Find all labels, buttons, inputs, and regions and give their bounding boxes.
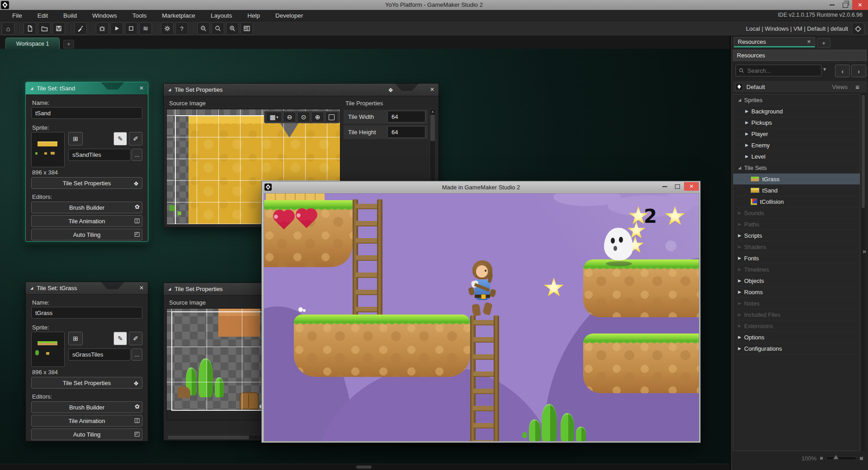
tree-item[interactable]: ▶ Extensions (733, 320, 860, 332)
tree-arrow-icon[interactable]: ▶ (736, 278, 743, 283)
zoom-reset-button[interactable] (212, 22, 224, 35)
tree-item[interactable]: ▶ Included Files (733, 309, 860, 320)
workspace-canvas[interactable]: ◢ Tile Set: tSand ✕ Name: Sprite: ⊞ ✎ ✐ … (0, 49, 731, 470)
tree-arrow-icon[interactable]: ▶ (736, 290, 743, 294)
menu-item[interactable]: File (5, 12, 30, 19)
tree-item[interactable]: ▶ Fonts (733, 253, 860, 264)
tgrass-tileset-properties-button[interactable]: Tile Set Properties ❖ (31, 377, 142, 389)
save-project-button[interactable] (52, 22, 65, 35)
tsand-panel-header[interactable]: ◢ Tile Set: tSand ✕ (26, 82, 148, 95)
open-project-button[interactable] (38, 22, 51, 35)
menu-item[interactable]: Build (56, 12, 85, 19)
tgrass-sprite-thumbnail[interactable] (31, 332, 65, 367)
tsand-edit-image-button[interactable]: ✐ (129, 132, 142, 146)
game-close-button[interactable]: ✕ (684, 182, 699, 191)
tree-item[interactable]: ◢ Tile Sets (733, 162, 860, 174)
tree-item[interactable]: ▶ Objects (733, 275, 860, 287)
grid-toggle-button[interactable]: ▦▾ (266, 112, 282, 122)
tgrass-edit-sprite-button[interactable]: ✎ (113, 332, 127, 345)
game-maximize-button[interactable] (671, 182, 683, 191)
collapse-icon[interactable]: ◢ (30, 286, 33, 290)
tsand-edit-sprite-button[interactable]: ✎ (113, 132, 127, 146)
tab-close-icon[interactable]: ✕ (807, 39, 811, 45)
tile-height-input[interactable]: 64 (387, 126, 425, 138)
tree-item[interactable]: ▶ Level (733, 151, 860, 162)
tgrass-edit-image-button[interactable]: ✐ (129, 332, 142, 345)
tree-item[interactable]: ▶ Sounds (733, 207, 860, 219)
editor-button[interactable]: Auto Tiling (31, 229, 142, 240)
scrollbar-thumb[interactable] (168, 436, 249, 439)
tree-arrow-icon[interactable]: ▶ (736, 244, 743, 249)
debug-button[interactable] (96, 22, 108, 35)
zoom-out-tick[interactable] (820, 457, 823, 460)
window-close-button[interactable]: ✕ (852, 0, 868, 10)
stop-button[interactable] (125, 22, 137, 35)
zoom-slider[interactable] (826, 456, 856, 460)
search-prev-button[interactable]: ‹ (835, 65, 850, 77)
tree-item[interactable]: tCollision (733, 196, 860, 207)
tree-item[interactable]: ▶ Scripts (733, 230, 860, 241)
props-top-close-button[interactable]: ✕ (430, 86, 434, 93)
menu-item[interactable]: Developer (268, 12, 311, 19)
tgrass-name-input[interactable] (31, 307, 142, 319)
game-window-titlebar[interactable]: Made in GameMaker Studio 2 (263, 182, 699, 193)
tgrass-panel-header[interactable]: ◢ Tile Set: tGrass ✕ (26, 282, 148, 295)
resources-tab[interactable]: Resources ✕ (734, 37, 815, 47)
tree-arrow-icon[interactable]: ▶ (736, 312, 743, 317)
workspace-tab[interactable]: Workspace 1 (5, 38, 60, 49)
tree-item[interactable]: ▶ Enemy (733, 140, 860, 151)
new-project-button[interactable] (24, 22, 36, 35)
build-target-label[interactable]: Local | Windows | VM | Default | default (746, 25, 848, 32)
tree-item[interactable]: ▶ Rooms (733, 287, 860, 298)
window-minimize-button[interactable] (825, 0, 839, 10)
tree-arrow-icon[interactable]: ◢ (736, 98, 743, 102)
scroll-up-arrow[interactable]: ▴ (430, 109, 435, 114)
clean-button[interactable] (74, 22, 87, 35)
tree-item[interactable]: ▶ Timelines (733, 264, 860, 275)
dock-expander[interactable]: » (863, 248, 866, 255)
editor-button[interactable]: Auto Tiling (31, 428, 142, 440)
editor-button[interactable]: Tile Animation (31, 415, 142, 427)
tile-width-input[interactable]: 64 (387, 111, 425, 122)
tree-arrow-icon[interactable]: ▶ (736, 335, 743, 339)
zoom-in-button[interactable] (226, 22, 239, 35)
zoom-in-tick[interactable] (860, 457, 863, 460)
tgrass-sprite-name-input[interactable] (68, 348, 131, 361)
tree-item[interactable]: tGrass (733, 174, 860, 185)
tree-item[interactable]: ◢ Sprites (733, 94, 860, 106)
image-fit-button[interactable] (325, 112, 338, 122)
tree-arrow-icon[interactable]: ▶ (743, 154, 750, 159)
tree-arrow-icon[interactable]: ▶ (743, 109, 750, 113)
resource-profile-row[interactable]: Default Views ≡ (733, 81, 867, 93)
target-picker-button[interactable] (852, 23, 864, 35)
tsand-tileset-properties-button[interactable]: Tile Set Properties ❖ (31, 177, 142, 189)
tree-arrow-icon[interactable]: ◢ (736, 165, 743, 170)
tree-arrow-icon[interactable]: ▶ (736, 256, 743, 260)
settings-button[interactable] (161, 22, 174, 35)
editor-button[interactable]: Brush Builder (31, 401, 142, 413)
tree-arrow-icon[interactable]: ▶ (736, 233, 743, 238)
new-sidebar-tab-button[interactable]: + (817, 38, 830, 48)
image-zoom-in-button[interactable]: ⊕ (311, 112, 324, 122)
home-button[interactable]: ⌂ (2, 22, 14, 35)
scrollbar-thumb[interactable] (862, 95, 865, 208)
window-maximize-button[interactable] (839, 0, 852, 10)
tgrass-sprite-browse-button[interactable]: ... (132, 348, 142, 361)
menu-item[interactable]: Help (240, 12, 268, 19)
tree-item[interactable]: ▶ Notes (733, 298, 860, 309)
new-workspace-button[interactable]: + (63, 40, 74, 48)
scrollbar-thumb[interactable] (430, 115, 435, 141)
editor-button[interactable]: Brush Builder (31, 202, 142, 213)
tree-arrow-icon[interactable]: ▶ (736, 211, 743, 215)
tree-arrow-icon[interactable]: ▶ (736, 324, 743, 328)
editor-button[interactable]: Tile Animation (31, 215, 142, 227)
tree-item[interactable]: ▶ Background (733, 106, 860, 117)
search-filter-chevron-icon[interactable]: ▾ (823, 66, 826, 72)
image-zoom-reset-button[interactable]: ⊙ (297, 112, 310, 122)
tree-item[interactable]: ▶ Shaders (733, 241, 860, 253)
tree-item[interactable]: ▶ Options (733, 332, 860, 343)
horizontal-scrollbar[interactable] (356, 465, 372, 469)
tsand-name-input[interactable] (31, 107, 142, 119)
tree-item[interactable]: ▶ Paths (733, 219, 860, 230)
search-next-button[interactable]: › (851, 65, 866, 77)
